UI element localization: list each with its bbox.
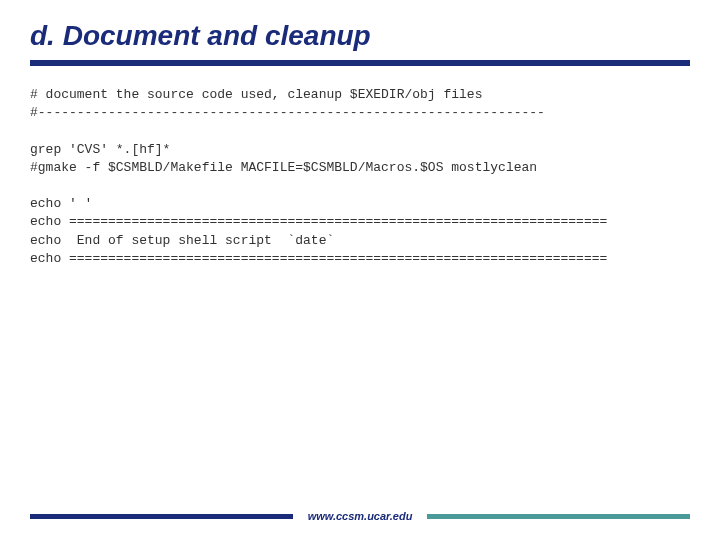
footer-url: www.ccsm.ucar.edu xyxy=(293,510,428,522)
code-line: # document the source code used, cleanup… xyxy=(30,87,482,102)
code-line: echo ===================================… xyxy=(30,214,607,229)
footer-divider-left xyxy=(30,514,293,519)
title-divider xyxy=(30,60,690,66)
page-title: d. Document and cleanup xyxy=(30,20,690,52)
code-block: # document the source code used, cleanup… xyxy=(30,86,690,268)
code-line: grep 'CVS' *.[hf]* xyxy=(30,142,170,157)
code-line: echo ===================================… xyxy=(30,251,607,266)
code-line: #---------------------------------------… xyxy=(30,105,545,120)
code-line: echo ' ' xyxy=(30,196,92,211)
footer: www.ccsm.ucar.edu xyxy=(0,510,720,522)
slide-container: d. Document and cleanup # document the s… xyxy=(0,0,720,540)
code-line: #gmake -f $CSMBLD/Makefile MACFILE=$CSMB… xyxy=(30,160,537,175)
code-line: echo End of setup shell script `date` xyxy=(30,233,334,248)
footer-divider-right xyxy=(427,514,690,519)
